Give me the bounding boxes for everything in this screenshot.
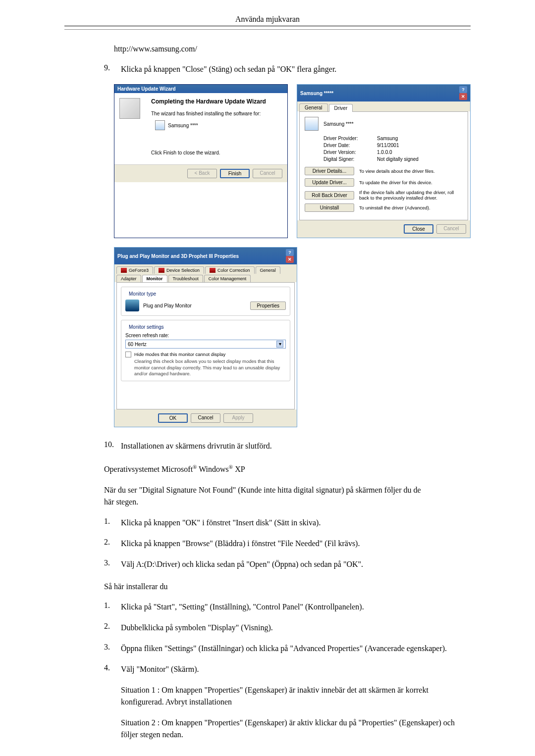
hide-modes-desc: Clearing this check box allows you to se… — [134, 358, 286, 377]
monitor-properties-dialog: Plug and Play Monitor and 3D Prophet III… — [114, 247, 297, 427]
wizard-heading: Completing the Hardware Update Wizard — [151, 98, 281, 105]
group-monitor-settings: Monitor settings — [127, 324, 165, 330]
wizard-line1: The wizard has finished installing the s… — [151, 111, 281, 116]
refresh-rate-value: 60 Hertz — [128, 342, 147, 347]
os-post: Windows — [197, 465, 228, 474]
group-monitor-type: Monitor type — [127, 291, 158, 297]
s1-num: 1. — [104, 601, 121, 613]
help-icon[interactable]: ? — [286, 249, 294, 256]
hardware-wizard-dialog: Hardware Update Wizard Completing the Ha… — [114, 84, 288, 238]
s4-situation1: Situation 1 : Om knappen "Properties" (E… — [121, 684, 471, 708]
close-icon[interactable]: ✕ — [286, 256, 294, 263]
driver-name: Samsung **** — [323, 121, 354, 127]
item-num-9: 9. — [104, 63, 121, 75]
cancel-button[interactable]: Cancel — [191, 413, 220, 423]
rollback-driver-button[interactable]: Roll Back Driver — [305, 191, 354, 200]
s3-num: 3. — [104, 643, 121, 655]
tab-label: Color Correction — [217, 268, 250, 273]
reg-mark: ® — [229, 464, 233, 470]
wizard-device: Samsung **** — [168, 123, 198, 128]
wizard-sidebar — [114, 93, 145, 164]
chevron-down-icon: ▾ — [276, 341, 283, 348]
monitor-icon — [125, 300, 139, 311]
tab-color-management[interactable]: Color Management — [204, 275, 251, 282]
url-line: http://www.samsung.com/ — [114, 45, 471, 53]
tab-driver[interactable]: Driver — [329, 104, 353, 112]
monitor-name: Plug and Play Monitor — [143, 303, 192, 308]
s4-text: Välj "Monitor" (Skärm). — [121, 663, 471, 675]
cancel-button[interactable]: Cancel — [436, 224, 466, 234]
apply-button[interactable]: Apply — [223, 413, 253, 423]
back-button[interactable]: < Back — [187, 169, 217, 178]
s2-num: 2. — [104, 622, 121, 634]
lbl-version: Driver Version: — [323, 150, 373, 155]
l1-num: 1. — [104, 517, 121, 529]
nvidia-icon — [159, 268, 164, 273]
hide-modes-checkbox[interactable] — [125, 352, 131, 357]
tab-label: GeForce3 — [129, 268, 149, 273]
hide-modes-label: Hide modes that this monitor cannot disp… — [134, 352, 286, 357]
update-driver-button[interactable]: Update Driver... — [305, 178, 354, 187]
properties-button[interactable]: Properties — [250, 302, 286, 310]
uninstall-desc: To uninstall the driver (Advanced). — [359, 205, 463, 210]
os-xp: XP — [233, 465, 245, 474]
monitor-titlebar: Plug and Play Monitor and 3D Prophet III… — [114, 248, 297, 264]
val-provider: Samsung — [377, 136, 463, 141]
monitor-icon — [305, 117, 319, 131]
update-driver-desc: To update the driver for this device. — [359, 180, 463, 185]
tab-color-correction[interactable]: Color Correction — [205, 266, 255, 274]
refresh-rate-select[interactable]: 60 Hertz ▾ — [125, 340, 286, 349]
refresh-rate-label: Screen refresh rate: — [125, 333, 286, 338]
header-rule — [64, 29, 471, 30]
tab-monitor[interactable]: Monitor — [142, 275, 167, 282]
close-icon[interactable]: ✕ — [459, 93, 467, 100]
s4-situation2: Situation 2 : Om knappen "Properties" (E… — [121, 717, 471, 741]
l2-num: 2. — [104, 538, 121, 550]
driver-details-desc: To view details about the driver files. — [359, 168, 463, 174]
s4-num: 4. — [104, 663, 121, 750]
finish-button[interactable]: Finish — [220, 169, 250, 178]
nvidia-icon — [210, 268, 215, 273]
tab-troubleshoot[interactable]: Troubleshoot — [168, 275, 203, 282]
monitor-icon — [155, 120, 165, 130]
s2-text: Dubbelklicka på symbolen "Display" (Visn… — [121, 622, 471, 634]
cancel-button[interactable]: Cancel — [253, 169, 282, 178]
page-header: Använda mjukvaran — [64, 15, 471, 26]
driver-details-button[interactable]: Driver Details... — [305, 167, 354, 175]
tab-device-selection[interactable]: Device Selection — [154, 266, 204, 274]
lbl-provider: Driver Provider: — [323, 136, 373, 141]
ok-button[interactable]: OK — [158, 413, 188, 423]
wizard-line2: Click Finish to close the wizard. — [151, 150, 281, 155]
lbl-date: Driver Date: — [323, 143, 373, 148]
lbl-signer: Digital Signer: — [323, 156, 373, 162]
os-pre: Operativsystemet Microsoft — [104, 465, 193, 474]
l3-num: 3. — [104, 558, 121, 570]
l3-text: Välj A:(D:\Driver) och klicka sedan på "… — [121, 558, 471, 570]
s3-text: Öppna fliken "Settings" (Inställningar) … — [121, 643, 471, 655]
tab-geforce3[interactable]: GeForce3 — [116, 266, 153, 274]
close-button[interactable]: Close — [404, 224, 433, 234]
os-line: Operativsystemet Microsoft® Windows® XP — [104, 464, 471, 474]
item-text-9: Klicka på knappen "Close" (Stäng) och se… — [121, 63, 471, 75]
val-version: 1.0.0.0 — [377, 150, 463, 155]
val-date: 9/11/2001 — [377, 143, 463, 148]
nvidia-icon — [121, 268, 127, 273]
intro-text: När du ser "Digital Signature Not Found"… — [104, 484, 431, 508]
tab-adapter[interactable]: Adapter — [116, 275, 141, 282]
l1-text: Klicka på knappen "OK" i fönstret "Inser… — [121, 517, 471, 529]
install-heading: Så här installerar du — [104, 582, 471, 591]
wizard-icon — [119, 98, 140, 119]
wizard-titlebar: Hardware Update Wizard — [114, 85, 287, 93]
rollback-driver-desc: If the device fails after updating the d… — [359, 190, 463, 201]
uninstall-button[interactable]: Uninstall — [305, 203, 354, 212]
s1-text: Klicka på "Start", "Setting" (Inställnin… — [121, 601, 471, 613]
tab-label: Device Selection — [166, 268, 200, 273]
val-signer: Not digitally signed — [377, 156, 463, 162]
tab-general[interactable]: General — [256, 266, 280, 274]
tab-general[interactable]: General — [299, 103, 328, 111]
monitor-title: Plug and Play Monitor and 3D Prophet III… — [117, 253, 239, 259]
help-icon[interactable]: ? — [459, 86, 467, 93]
item-text-10: Installationen av skärmens drivrutin är … — [121, 440, 471, 452]
driver-titlebar: Samsung ***** ?✕ — [297, 85, 470, 101]
l2-text: Klicka på knappen "Browse" (Bläddra) i f… — [121, 538, 471, 550]
